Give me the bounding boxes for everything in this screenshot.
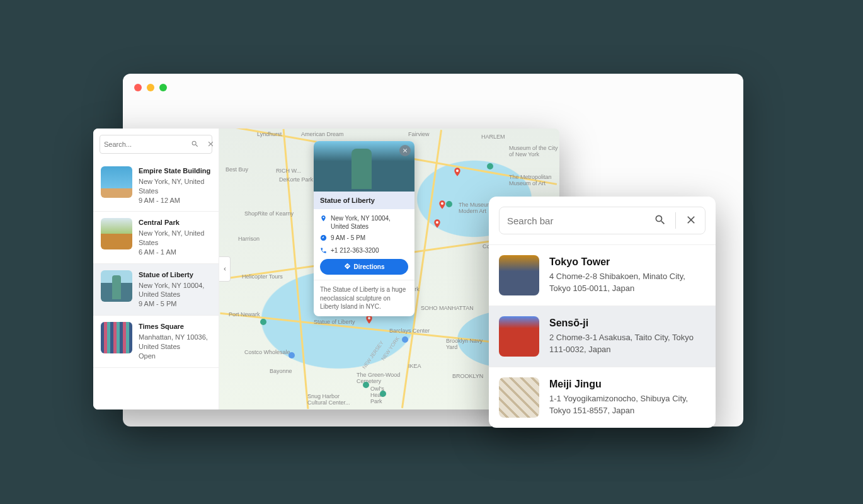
directions-button[interactable]: Directions xyxy=(320,259,408,275)
list-item-hours: Open xyxy=(139,352,211,361)
window-close-button[interactable] xyxy=(134,84,142,91)
popup-address-row: New York, NY 10004, United States xyxy=(320,214,408,231)
phone-icon xyxy=(320,246,327,256)
list-item-hours: 9 AM - 5 PM xyxy=(139,299,211,309)
thumbnail xyxy=(101,270,132,302)
list-item-empire-state[interactable]: Empire State Building New York, NY, Unit… xyxy=(93,160,219,212)
list-item-address: New York, NY 10004, United States xyxy=(139,281,211,300)
map-label: Museum of the City of New York xyxy=(509,145,559,158)
svg-point-3 xyxy=(456,169,459,172)
svg-point-0 xyxy=(368,317,370,319)
poi-marker-icon xyxy=(363,382,369,388)
map-label: Helicopter Tours xyxy=(242,273,283,280)
window-minimize-button[interactable] xyxy=(147,84,154,91)
right-search-panel: Tokyo Tower 4 Chome-2-8 Shibakoen, Minat… xyxy=(489,197,716,428)
search-icon[interactable] xyxy=(654,214,666,228)
map-label: HARLEM xyxy=(481,134,505,140)
map-label: Barclays Center xyxy=(389,328,430,334)
poi-marker-icon xyxy=(487,163,493,169)
list-item-hours: 6 AM - 1 AM xyxy=(139,248,211,257)
sidebar-search-input[interactable] xyxy=(104,140,191,148)
list-item-address: 4 Chome-2-8 Shibakoen, Minato City, Toky… xyxy=(549,271,706,294)
close-icon[interactable] xyxy=(207,140,215,149)
list-item-title: Meiji Jingu xyxy=(549,377,706,391)
thumbnail xyxy=(101,166,132,198)
popup-close-button[interactable] xyxy=(399,145,411,156)
map-label: Costco Wholesale xyxy=(244,349,290,355)
list-item-senso-ji[interactable]: Sensō-ji 2 Chome-3-1 Asakusa, Taito City… xyxy=(489,306,716,367)
list-item-title: Empire State Building xyxy=(139,166,211,176)
list-item-title: Central Park xyxy=(139,218,211,227)
directions-label: Directions xyxy=(354,263,385,270)
popup-hero-image xyxy=(314,141,414,192)
clock-icon xyxy=(320,234,327,243)
list-item-central-park[interactable]: Central Park New York, NY, United States… xyxy=(93,212,219,263)
map-pin-icon[interactable] xyxy=(452,165,462,179)
divider xyxy=(675,212,676,229)
poi-marker-icon xyxy=(402,336,408,343)
list-item-statue-of-liberty[interactable]: Statue of Liberty New York, NY 10004, Un… xyxy=(93,264,219,316)
thumbnail xyxy=(499,255,539,295)
list-item-address: New York, NY, United States xyxy=(139,177,211,196)
thumbnail xyxy=(101,218,132,249)
list-item-meiji-jingu[interactable]: Meiji Jingu 1-1 Yoyogikamizonocho, Shibu… xyxy=(489,367,716,428)
poi-marker-icon xyxy=(380,391,386,397)
right-search-input[interactable] xyxy=(507,215,654,226)
popup-phone-row: +1 212-363-3200 xyxy=(320,246,408,256)
directions-icon xyxy=(344,263,351,271)
map-label: Best Buy xyxy=(226,166,248,173)
list-item-times-square[interactable]: Times Square Manhattan, NY 10036, United… xyxy=(93,316,219,367)
map-label: RICH W... xyxy=(276,168,301,174)
list-item-address: 1-1 Yoyogikamizonocho, Shibuya City, Tok… xyxy=(549,393,706,416)
window-titlebar xyxy=(123,74,743,101)
map-label: DeKorte Park xyxy=(279,176,313,183)
thumbnail xyxy=(101,322,132,353)
map-label: Harrison xyxy=(238,236,260,242)
map-label: IKEA xyxy=(408,363,421,369)
map-label: ShopRite of Kearny xyxy=(244,210,294,217)
list-item-tokyo-tower[interactable]: Tokyo Tower 4 Chome-2-8 Shibakoen, Minat… xyxy=(489,244,716,306)
list-item-address: Manhattan, NY 10036, United States xyxy=(139,333,211,352)
sidebar-collapse-button[interactable] xyxy=(219,256,231,282)
popup-address: New York, NY 10004, United States xyxy=(331,214,408,231)
map-label: Fairview xyxy=(408,131,430,137)
map-label: American Dream xyxy=(301,131,344,137)
place-popup: Statue of Liberty New York, NY 10004, Un… xyxy=(314,141,414,316)
close-icon[interactable] xyxy=(685,214,697,228)
thumbnail xyxy=(499,316,539,357)
poi-marker-icon xyxy=(289,352,295,358)
list-item-address: 2 Chome-3-1 Asakusa, Taito City, Tokyo 1… xyxy=(549,332,706,355)
sidebar: Empire State Building New York, NY, Unit… xyxy=(93,129,219,410)
thumbnail xyxy=(499,377,539,418)
list-item-title: Sensō-ji xyxy=(549,316,706,330)
right-search-bar[interactable] xyxy=(499,207,706,234)
list-item-address: New York, NY, United States xyxy=(139,229,211,248)
map-label: Statue of Liberty xyxy=(314,319,355,325)
popup-description: The Statue of Liberty is a huge neoclass… xyxy=(314,280,414,316)
map-label: Bayonne xyxy=(270,368,292,374)
map-label: Port Newark xyxy=(229,311,260,318)
popup-hours: 9 AM - 5 PM xyxy=(331,234,365,243)
map-label: Lyndhurst xyxy=(257,131,282,137)
sidebar-search[interactable] xyxy=(100,135,212,154)
list-item-hours: 9 AM - 12 AM xyxy=(139,196,211,205)
search-icon[interactable] xyxy=(191,140,199,149)
svg-point-2 xyxy=(441,202,443,205)
map-label: BROOKLYN xyxy=(452,373,483,379)
svg-point-1 xyxy=(436,221,438,224)
list-item-title: Times Square xyxy=(139,322,211,331)
popup-phone: +1 212-363-3200 xyxy=(331,246,379,256)
map-label: The Metropolitan Museum of Art xyxy=(509,174,559,186)
window-maximize-button[interactable] xyxy=(159,84,167,91)
popup-hours-row: 9 AM - 5 PM xyxy=(320,234,408,243)
map-pin-icon[interactable] xyxy=(432,217,442,231)
list-item-title: Statue of Liberty xyxy=(139,270,211,280)
map-label: Brooklyn Navy Yard xyxy=(446,338,490,350)
location-pin-icon xyxy=(320,214,327,231)
poi-marker-icon xyxy=(260,319,266,325)
poi-marker-icon xyxy=(446,201,452,207)
map-label: Snug Harbor Cultural Center... xyxy=(307,393,358,406)
map-label: SOHO MANHATTAN xyxy=(421,305,474,311)
list-item-title: Tokyo Tower xyxy=(549,255,706,269)
popup-title: Statue of Liberty xyxy=(314,192,414,209)
